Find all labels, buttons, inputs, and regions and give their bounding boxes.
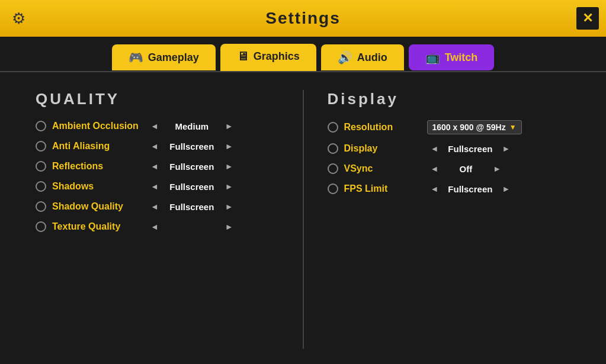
label-fps-limit: FPS Limit — [344, 183, 421, 194]
arrow-right-ambient-occlusion[interactable]: ► — [222, 120, 237, 132]
radio-shadow-quality[interactable] — [36, 201, 46, 212]
tabs-bar: 🎮 Gameplay 🖥 Graphics 🔊 Audio 📺 Twitch — [0, 37, 606, 72]
label-resolution: Resolution — [344, 122, 421, 133]
arrow-left-reflections[interactable]: ◄ — [147, 160, 162, 172]
value-reflections: Fullscreen — [168, 162, 216, 172]
display-section: Display Resolution 1600 x 900 @ 59Hz ▼ D… — [328, 90, 571, 349]
setting-row-fps-limit: FPS Limit ◄ Fullscreen ► — [328, 183, 571, 195]
tab-twitch[interactable]: 📺 Twitch — [409, 44, 495, 70]
radio-shadows[interactable] — [36, 181, 46, 192]
radio-fps-limit[interactable] — [328, 183, 338, 194]
radio-vsync[interactable] — [328, 163, 338, 174]
arrow-right-anti-aliasing[interactable]: ► — [222, 140, 237, 152]
tab-audio-label: Audio — [357, 51, 387, 64]
arrow-right-reflections[interactable]: ► — [222, 160, 237, 172]
value-display: Fullscreen — [448, 144, 492, 154]
close-button[interactable]: ✕ — [576, 7, 599, 30]
label-texture-quality: Texture Quality — [52, 221, 141, 232]
audio-icon: 🔊 — [338, 50, 352, 65]
value-vsync: Off — [448, 164, 483, 174]
radio-display[interactable] — [328, 143, 338, 154]
resolution-value-text: 1600 x 900 @ 59Hz — [432, 123, 506, 132]
tab-twitch-label: Twitch — [445, 51, 478, 64]
twitch-icon: 📺 — [425, 50, 440, 65]
tab-gameplay[interactable]: 🎮 Gameplay — [112, 44, 216, 70]
radio-texture-quality[interactable] — [36, 221, 46, 232]
value-anti-aliasing: Fullscreen — [168, 141, 216, 152]
tab-audio[interactable]: 🔊 Audio — [321, 44, 404, 70]
setting-row-shadows: Shadows ◄ Fullscreen ► — [36, 181, 279, 192]
header: ⚙ Settings ✕ — [0, 0, 606, 37]
arrow-left-display[interactable]: ◄ — [427, 143, 443, 154]
tab-graphics-label: Graphics — [254, 50, 300, 63]
page-title: Settings — [265, 9, 340, 28]
resolution-dropdown[interactable]: 1600 x 900 @ 59Hz ▼ — [427, 120, 522, 134]
resolution-dropdown-arrow: ▼ — [509, 123, 517, 131]
quality-section: QUALITY Ambient Occlusion ◄ Medium ► Ant… — [36, 90, 279, 349]
value-shadows: Fullscreen — [168, 182, 216, 192]
value-fps-limit: Fullscreen — [448, 184, 492, 194]
radio-resolution[interactable] — [328, 122, 338, 133]
arrow-left-shadow-quality[interactable]: ◄ — [147, 201, 162, 212]
gear-icon: ⚙ — [12, 9, 25, 28]
label-shadows: Shadows — [52, 181, 141, 192]
graphics-icon: 🖥 — [237, 50, 249, 63]
arrow-right-fps-limit[interactable]: ► — [498, 183, 514, 195]
radio-reflections[interactable] — [36, 161, 46, 172]
label-shadow-quality: Shadow Quality — [52, 201, 141, 212]
setting-row-display: Display ◄ Fullscreen ► — [328, 143, 571, 154]
tab-graphics[interactable]: 🖥 Graphics — [220, 44, 316, 71]
setting-row-texture-quality: Texture Quality ◄ ► — [36, 221, 279, 233]
label-reflections: Reflections — [52, 161, 141, 172]
label-vsync: VSync — [344, 163, 421, 174]
arrow-right-shadows[interactable]: ► — [222, 181, 237, 192]
content-area: QUALITY Ambient Occlusion ◄ Medium ► Ant… — [0, 72, 606, 364]
value-ambient-occlusion: Medium — [168, 121, 216, 131]
label-display: Display — [344, 143, 421, 154]
arrow-right-shadow-quality[interactable]: ► — [222, 201, 237, 212]
arrow-left-ambient-occlusion[interactable]: ◄ — [147, 120, 162, 132]
setting-row-shadow-quality: Shadow Quality ◄ Fullscreen ► — [36, 201, 279, 212]
quality-title: QUALITY — [36, 90, 279, 108]
tab-gameplay-label: Gameplay — [148, 51, 199, 64]
setting-row-resolution: Resolution 1600 x 900 @ 59Hz ▼ — [328, 120, 571, 134]
arrow-right-display[interactable]: ► — [498, 143, 514, 154]
label-ambient-occlusion: Ambient Occlusion — [52, 121, 141, 131]
radio-ambient-occlusion[interactable] — [36, 121, 46, 131]
arrow-left-vsync[interactable]: ◄ — [427, 163, 443, 175]
gameplay-icon: 🎮 — [129, 50, 143, 65]
arrow-left-shadows[interactable]: ◄ — [147, 181, 162, 192]
setting-row-anti-aliasing: Anti Aliasing ◄ Fullscreen ► — [36, 140, 279, 152]
radio-anti-aliasing[interactable] — [36, 141, 46, 152]
value-shadow-quality: Fullscreen — [168, 202, 216, 212]
arrow-left-texture-quality[interactable]: ◄ — [147, 221, 162, 233]
display-title: Display — [328, 90, 571, 108]
setting-row-vsync: VSync ◄ Off ► — [328, 163, 571, 175]
setting-row-reflections: Reflections ◄ Fullscreen ► — [36, 160, 279, 172]
arrow-left-fps-limit[interactable]: ◄ — [427, 183, 443, 195]
label-anti-aliasing: Anti Aliasing — [52, 141, 141, 152]
setting-row-ambient-occlusion: Ambient Occlusion ◄ Medium ► — [36, 120, 279, 132]
arrow-left-anti-aliasing[interactable]: ◄ — [147, 140, 162, 152]
arrow-right-vsync[interactable]: ► — [489, 163, 505, 175]
arrow-right-texture-quality[interactable]: ► — [222, 221, 237, 233]
section-divider — [303, 90, 304, 349]
